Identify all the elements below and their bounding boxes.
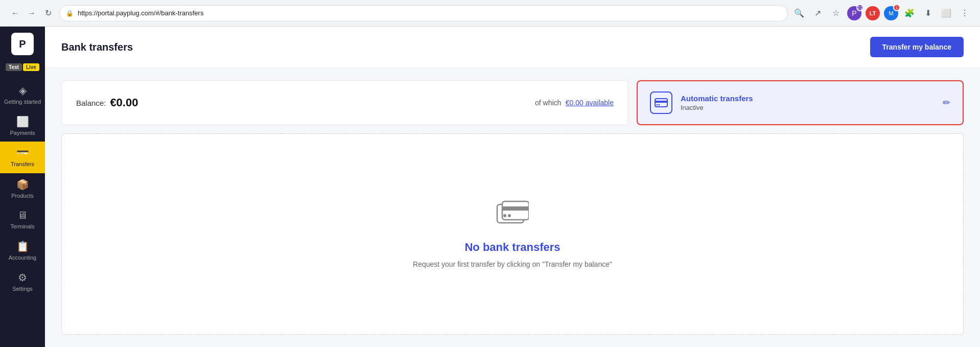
terminals-icon: 🖥 xyxy=(17,210,28,221)
main-content: Bank transfers Transfer my balance Balan… xyxy=(45,27,980,347)
forward-button[interactable]: → xyxy=(25,6,39,20)
sidebar-label-transfers: Transfers xyxy=(11,161,34,168)
auto-transfers-card[interactable]: Automatic transfers Inactive ✏ xyxy=(637,80,964,125)
svg-point-7 xyxy=(503,214,506,217)
cards-row: Balance: €0.00 of which €0.00 available xyxy=(61,80,964,125)
blue-extension-icon[interactable]: M 1 xyxy=(884,6,898,20)
payments-icon: ⬜ xyxy=(16,115,29,128)
page-title: Bank transfers xyxy=(61,41,133,53)
sidebar-label-products: Products xyxy=(11,193,33,199)
nav-buttons: ← → ↻ xyxy=(8,6,55,20)
env-test-badge[interactable]: Test xyxy=(6,63,22,71)
svg-point-3 xyxy=(659,104,660,106)
menu-icon[interactable]: ⋮ xyxy=(958,6,972,20)
balance-left: Balance: €0.00 xyxy=(76,96,138,109)
getting-started-icon: ◈ xyxy=(19,84,27,97)
edit-icon[interactable]: ✏ xyxy=(943,97,950,108)
available-prefix: of which xyxy=(535,99,561,107)
accounting-icon: 📋 xyxy=(16,240,29,252)
address-bar[interactable]: 🔒 https://portal.payplug.com/#/bank-tran… xyxy=(59,5,788,21)
balance-card: Balance: €0.00 of which €0.00 available xyxy=(61,80,628,125)
transfers-icon: 💳 xyxy=(16,147,29,159)
empty-state-icon xyxy=(496,200,529,233)
sidebar-item-payments[interactable]: ⬜ Payments xyxy=(0,110,45,142)
bookmark-icon[interactable]: ☆ xyxy=(829,6,843,20)
search-icon[interactable]: 🔍 xyxy=(792,6,806,20)
sidebar-label-settings: Settings xyxy=(12,286,33,292)
page-header: Bank transfers Transfer my balance xyxy=(45,27,980,68)
sidebar-logo: P xyxy=(11,33,34,55)
window-icon[interactable]: ⬜ xyxy=(939,6,953,20)
available-link[interactable]: €0.00 available xyxy=(566,99,614,107)
lock-icon: 🔒 xyxy=(66,10,74,17)
auto-transfers-status: Inactive xyxy=(681,104,935,111)
sidebar-label-payments: Payments xyxy=(10,130,35,136)
sidebar-item-accounting[interactable]: 📋 Accounting xyxy=(0,235,45,266)
sidebar-item-transfers[interactable]: 💳 Transfers xyxy=(0,142,45,173)
empty-state-card: No bank transfers Request your first tra… xyxy=(61,133,964,335)
balance-amount: €0.00 xyxy=(110,96,138,109)
sidebar-label-getting-started: Getting started xyxy=(4,99,41,105)
balance-label: Balance: xyxy=(76,99,106,107)
settings-icon: ⚙ xyxy=(18,271,27,284)
browser-chrome: ← → ↻ 🔒 https://portal.payplug.com/#/ban… xyxy=(0,0,980,27)
back-button[interactable]: ← xyxy=(8,6,22,20)
empty-state-description: Request your first transfer by clicking … xyxy=(413,260,612,268)
auto-transfers-title: Automatic transfers xyxy=(681,94,935,103)
sidebar-label-accounting: Accounting xyxy=(9,255,36,261)
page-body: Balance: €0.00 of which €0.00 available xyxy=(45,68,980,347)
share-icon[interactable]: ↗ xyxy=(810,6,825,20)
sidebar-item-products[interactable]: 📦 Products xyxy=(0,173,45,204)
reload-button[interactable]: ↻ xyxy=(41,6,55,20)
payplug-extension-icon[interactable]: P 21 xyxy=(847,6,861,20)
svg-point-8 xyxy=(508,214,511,217)
sidebar-item-terminals[interactable]: 🖥 Terminals xyxy=(0,204,45,235)
download-icon[interactable]: ⬇ xyxy=(921,6,935,20)
sidebar: P Test Live ◈ Getting started ⬜ Payments… xyxy=(0,27,45,347)
products-icon: 📦 xyxy=(16,178,29,191)
transfer-balance-button[interactable]: Transfer my balance xyxy=(870,37,964,57)
sidebar-env: Test Live xyxy=(6,63,39,71)
svg-point-2 xyxy=(657,104,658,106)
sidebar-item-getting-started[interactable]: ◈ Getting started xyxy=(0,79,45,110)
available-section: of which €0.00 available xyxy=(535,98,614,107)
app-layout: P Test Live ◈ Getting started ⬜ Payments… xyxy=(0,27,980,347)
sidebar-item-settings[interactable]: ⚙ Settings xyxy=(0,266,45,297)
env-live-badge[interactable]: Live xyxy=(23,63,39,71)
auto-transfers-icon xyxy=(650,91,672,114)
browser-actions: 🔍 ↗ ☆ P 21 LT M 1 🧩 ⬇ ⬜ ⋮ xyxy=(792,6,972,20)
sidebar-label-terminals: Terminals xyxy=(10,223,34,230)
puzzle-icon[interactable]: 🧩 xyxy=(902,6,917,20)
svg-rect-6 xyxy=(502,206,529,211)
svg-rect-1 xyxy=(655,101,667,103)
lt-extension-icon[interactable]: LT xyxy=(866,6,880,20)
empty-state-title: No bank transfers xyxy=(464,241,560,254)
auto-transfers-info: Automatic transfers Inactive xyxy=(681,94,935,111)
url-text: https://portal.payplug.com/#/bank-transf… xyxy=(78,9,203,17)
